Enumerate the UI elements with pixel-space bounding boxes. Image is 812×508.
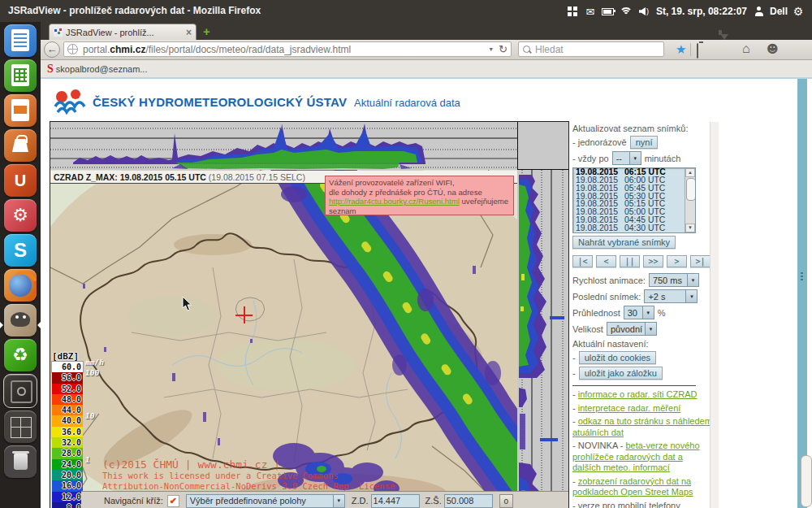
size-select[interactable]: původní▼ xyxy=(607,322,657,336)
snapshot-list[interactable]: 19.08.201506:15 UTC 19.08.201506:00 UTC … xyxy=(572,167,696,233)
bookmark-item[interactable]: S skopalbrod@seznam... xyxy=(47,63,147,76)
scroll-thumb[interactable] xyxy=(686,178,696,201)
mail-icon[interactable]: ✉ xyxy=(583,5,598,18)
launcher-icon-workspaces[interactable] xyxy=(4,410,37,443)
link-osm-view[interactable]: zobrazení radarových dat na podkladech O… xyxy=(572,476,693,497)
play-button[interactable]: >> xyxy=(643,255,663,267)
session-gear-icon[interactable]: ⚙ xyxy=(791,5,806,18)
scroll-down-icon[interactable]: ▼ xyxy=(685,224,695,232)
every-label: - vždy po xyxy=(572,154,609,163)
save-cookies-button[interactable]: uložit do cookies xyxy=(579,351,656,364)
prev-frame-button[interactable]: < xyxy=(596,255,616,267)
list-scrollbar[interactable]: ▲ ▼ xyxy=(685,168,695,232)
launcher-icon-backup[interactable]: ♻ xyxy=(4,339,37,371)
page-scrollbar-track[interactable] xyxy=(797,79,807,508)
back-button[interactable]: ← xyxy=(44,41,60,58)
nav-cross-checkbox[interactable]: ✔ xyxy=(167,495,179,507)
interval-select[interactable]: --▼ xyxy=(612,151,641,165)
launcher-icon-firefox[interactable] xyxy=(4,269,37,302)
toolbar-separator xyxy=(690,43,691,56)
opacity-select[interactable]: 30▼ xyxy=(624,306,654,319)
link-page-preview[interactable]: odkaz na tuto stránku s náhledem atuální… xyxy=(572,416,712,437)
launcher-icon-impress[interactable] xyxy=(4,94,37,127)
mobile-label: - verze pro mobilní telefony xyxy=(572,501,712,508)
browser-tab[interactable]: JSRadView - prohlíž... × xyxy=(49,24,197,40)
opacity-unit: % xyxy=(658,308,666,318)
size-label: Velikost xyxy=(572,324,603,334)
last-frame-button[interactable]: >| xyxy=(690,255,710,267)
home-icon[interactable]: ⌂ xyxy=(742,41,750,56)
longitude-input[interactable] xyxy=(371,494,420,508)
position-select[interactable]: Výběr předdefinované polohy▼ xyxy=(186,494,345,508)
launcher-icon-safe[interactable] xyxy=(3,374,37,408)
page-title: ČESKÝ HYDROMETEOROLOGICKÝ ÚSTAV xyxy=(93,95,347,109)
map-control-bar: Navigační kříž: ✔ Výběr předdefinované p… xyxy=(81,491,568,508)
firefox-running-arrow xyxy=(0,322,6,328)
url-text: portal.chmi.cz/files/portal/docs/meteo/r… xyxy=(83,44,351,55)
first-frame-button[interactable]: |< xyxy=(572,255,593,267)
apply-button[interactable]: o xyxy=(499,494,513,508)
next-frame-button[interactable]: > xyxy=(667,255,687,267)
page-content: ČESKÝ HYDROMETEOROLOGICKÝ ÚSTAV - Aktuál… xyxy=(41,77,812,508)
search-icon xyxy=(523,46,530,53)
unity-launcher: U ⚙ S ♻ xyxy=(0,22,41,508)
now-button[interactable]: nyní xyxy=(630,136,659,149)
chat-icon[interactable]: ☻ xyxy=(767,42,779,55)
user-name[interactable]: Dell xyxy=(770,6,788,17)
launcher-icon-trash[interactable] xyxy=(4,445,37,478)
clock[interactable]: St, 19. srp, 08:22:07 xyxy=(656,6,747,17)
url-bar[interactable]: portal.chmi.cz/files/portal/docs/meteo/r… xyxy=(63,41,512,57)
page-scrollbar-thumb[interactable] xyxy=(801,455,812,507)
navigation-toolbar: ← portal.chmi.cz/files/portal/docs/meteo… xyxy=(41,40,812,60)
tab-favicon xyxy=(54,28,63,37)
system-top-bar: JSRadView - prohlížeč radarových dat - M… xyxy=(0,0,812,22)
scrollbar-grip[interactable] xyxy=(801,272,804,282)
pause-button[interactable]: || xyxy=(620,255,640,267)
chmi-logo xyxy=(54,89,89,118)
right-profile-panel xyxy=(517,170,568,508)
latitude-input[interactable] xyxy=(444,494,493,508)
profile-corner-box xyxy=(517,122,568,170)
launcher-icon-calc[interactable] xyxy=(4,59,37,92)
wifi-icon[interactable] xyxy=(619,5,633,18)
downloads-icon[interactable] xyxy=(720,40,728,54)
frame-splitter[interactable] xyxy=(710,122,719,508)
list-item[interactable]: 19.08.201504:30 UTC xyxy=(573,224,695,232)
launcher-icon-ubuntu-one[interactable]: U xyxy=(4,164,37,197)
launcher-icon-software-center[interactable] xyxy=(4,129,37,162)
tab-title: JSRadView - prohlíž... xyxy=(66,28,186,37)
speed-select[interactable]: 750 ms▼ xyxy=(649,273,699,287)
top-profile-panel xyxy=(50,122,517,170)
launcher-icon-system-settings[interactable]: ⚙ xyxy=(4,199,37,232)
reload-icon[interactable]: ↻ xyxy=(499,43,508,55)
scroll-up-icon[interactable]: ▲ xyxy=(685,168,695,177)
load-snapshots-button[interactable]: Nahrát vybrané snímky xyxy=(572,236,676,249)
link-interpretation[interactable]: interpretace radar. měření xyxy=(578,403,681,413)
reading-list-icon[interactable] xyxy=(697,44,698,58)
title-separator: - xyxy=(326,98,330,109)
user-icon[interactable] xyxy=(752,5,767,18)
warning-link[interactable]: http://radar4ctu.bourky.cz/Ruseni.html xyxy=(329,197,460,206)
save-bookmark-button[interactable]: uložit jako záložku xyxy=(579,367,663,380)
launcher-icon-writer[interactable] xyxy=(4,24,37,57)
url-dropdown-icon[interactable]: ▼ xyxy=(488,46,494,52)
opacity-label: Průhlednost xyxy=(572,308,620,318)
mouse-cursor xyxy=(182,296,192,315)
last-frame-select[interactable]: +2 s▼ xyxy=(644,289,698,303)
navigation-cross xyxy=(235,306,253,323)
seznam-icon: S xyxy=(47,63,54,76)
search-input[interactable]: Hledat xyxy=(518,41,664,57)
keyboard-indicator-icon[interactable] xyxy=(565,5,580,18)
bookmark-star-icon[interactable]: ★ xyxy=(676,42,686,57)
launcher-icon-gimp[interactable] xyxy=(4,304,37,336)
battery-icon[interactable] xyxy=(601,5,615,18)
refresh-title: Aktualizovat seznam snímků: xyxy=(572,124,712,133)
speed-label: Rychlost animace: xyxy=(572,276,646,285)
link-czrad-info[interactable]: informace o radar. síti CZRAD xyxy=(578,389,698,399)
bookmarks-toolbar: S skopalbrod@seznam... xyxy=(41,60,812,78)
tab-close-icon[interactable]: × xyxy=(186,27,192,38)
launcher-icon-skype[interactable]: S xyxy=(4,234,37,267)
new-tab-button[interactable]: + xyxy=(203,24,210,39)
longitude-label: Z.D. xyxy=(352,496,369,506)
volume-icon[interactable]: ) xyxy=(637,5,651,18)
